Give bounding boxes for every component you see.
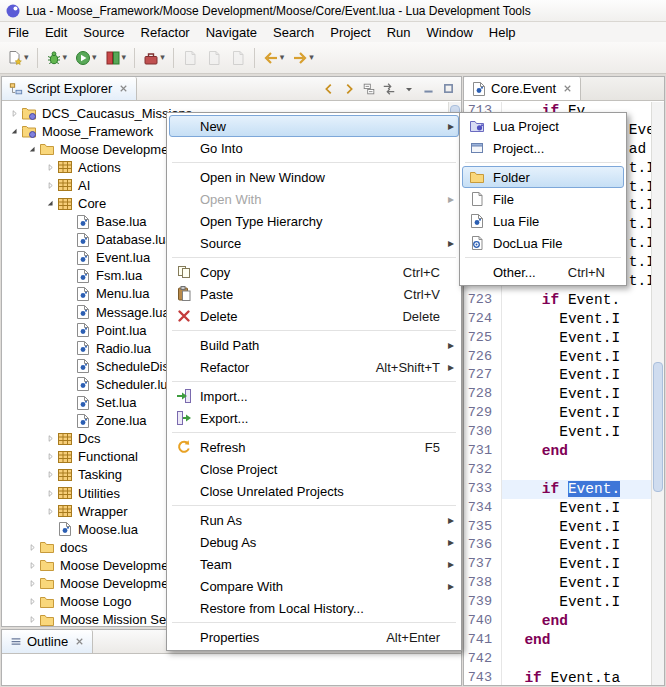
- menubar-run[interactable]: Run: [379, 23, 419, 42]
- code-line[interactable]: 725 Event.I: [464, 329, 651, 348]
- collapse-arrow-icon[interactable]: [26, 141, 39, 157]
- context-menu-item-run-as[interactable]: Run As▸: [169, 509, 459, 531]
- context-menu-item-copy[interactable]: CopyCtrl+C: [169, 261, 459, 283]
- context-menu-item-debug-as[interactable]: Debug As▸: [169, 531, 459, 553]
- code-line[interactable]: 733 if Event.: [464, 480, 651, 499]
- expand-arrow-icon[interactable]: [44, 449, 57, 465]
- code-line[interactable]: 732: [464, 461, 651, 480]
- new-submenu-item-project[interactable]: Project...: [462, 137, 624, 159]
- expand-arrow-icon[interactable]: [44, 431, 57, 447]
- dropdown-arrow-icon[interactable]: ▾: [280, 53, 285, 62]
- code-line[interactable]: 736 Event.I: [464, 536, 651, 555]
- back-button[interactable]: ▾: [260, 46, 288, 70]
- menubar-refactor[interactable]: Refactor: [133, 23, 198, 42]
- dropdown-arrow-icon[interactable]: ▾: [160, 53, 165, 62]
- maximize-button[interactable]: [439, 79, 458, 98]
- code-line[interactable]: 738 Event.I: [464, 574, 651, 593]
- code-line[interactable]: 730 Event.I: [464, 423, 651, 442]
- context-menu-item-open-type-hierarchy[interactable]: Open Type Hierarchy: [169, 210, 459, 232]
- debug-button[interactable]: ▾: [43, 46, 71, 70]
- run-button[interactable]: ▾: [72, 46, 100, 70]
- menubar-search[interactable]: Search: [265, 23, 322, 42]
- code-line[interactable]: 741 end: [464, 631, 651, 650]
- menubar-edit[interactable]: Edit: [37, 23, 75, 42]
- expand-arrow-icon[interactable]: [44, 503, 57, 519]
- context-menu-item-open-with[interactable]: Open With▸: [169, 188, 459, 210]
- dropdown-arrow-icon[interactable]: ▾: [63, 53, 68, 62]
- expand-arrow-icon[interactable]: [26, 557, 39, 573]
- editor-scrollbar[interactable]: [651, 102, 664, 685]
- collapse-arrow-icon[interactable]: [44, 196, 57, 212]
- menubar-navigate[interactable]: Navigate: [198, 23, 265, 42]
- expand-arrow-icon[interactable]: [26, 612, 39, 626]
- new-wizard-button[interactable]: ▾: [4, 46, 32, 70]
- expand-arrow-icon[interactable]: [44, 467, 57, 483]
- new-lua-file-button[interactable]: [203, 46, 225, 70]
- menubar-window[interactable]: Window: [419, 23, 481, 42]
- context-menu-item-source[interactable]: Source▸: [169, 232, 459, 254]
- menubar-project[interactable]: Project: [322, 23, 378, 42]
- context-menu-item-refresh[interactable]: RefreshF5: [169, 436, 459, 458]
- context-menu-item-close-project[interactable]: Close Project: [169, 458, 459, 480]
- code-line[interactable]: 726 Event.I: [464, 348, 651, 367]
- context-menu-item-paste[interactable]: PasteCtrl+V: [169, 283, 459, 305]
- context-menu-item-go-into[interactable]: Go Into: [169, 137, 459, 159]
- dropdown-arrow-icon[interactable]: ▾: [122, 53, 127, 62]
- context-menu-item-delete[interactable]: DeleteDelete: [169, 305, 459, 327]
- dropdown-arrow-icon[interactable]: ▾: [24, 53, 29, 62]
- code-line[interactable]: 727 Event.I: [464, 366, 651, 385]
- code-line[interactable]: 742: [464, 650, 651, 669]
- menubar-source[interactable]: Source: [75, 23, 132, 42]
- view-menu-button[interactable]: [399, 79, 418, 98]
- va-back-button[interactable]: [319, 79, 338, 98]
- expand-arrow-icon[interactable]: [26, 575, 39, 591]
- context-menu-item-restore-from-local-history[interactable]: Restore from Local History...: [169, 597, 459, 619]
- context-menu-item-open-in-new-window[interactable]: Open in New Window: [169, 166, 459, 188]
- external-tools-button[interactable]: ▾: [140, 46, 168, 70]
- open-element-button[interactable]: [227, 46, 249, 70]
- context-menu-item-export[interactable]: Export...: [169, 407, 459, 429]
- tab-outline[interactable]: Outline: [2, 630, 93, 653]
- context-menu-item-properties[interactable]: PropertiesAlt+Enter: [169, 626, 459, 648]
- expand-arrow-icon[interactable]: [8, 105, 21, 121]
- minimize-button[interactable]: [419, 79, 438, 98]
- menubar-file[interactable]: File: [0, 23, 37, 42]
- new-submenu-item-file[interactable]: File: [462, 188, 624, 210]
- expand-arrow-icon[interactable]: [44, 177, 57, 193]
- link-editor-button[interactable]: [379, 79, 398, 98]
- new-submenu-item-other[interactable]: Other...Ctrl+N: [462, 261, 624, 283]
- expand-arrow-icon[interactable]: [44, 159, 57, 175]
- context-menu-item-new[interactable]: New▸: [169, 115, 459, 137]
- titlebar[interactable]: Lua - Moose_Framework/Moose Development/…: [0, 0, 666, 22]
- code-line[interactable]: 724 Event.I: [464, 310, 651, 329]
- context-menu-item-close-unrelated-projects[interactable]: Close Unrelated Projects: [169, 480, 459, 502]
- context-menu-item-import[interactable]: Import...: [169, 385, 459, 407]
- new-submenu-item-lua-file[interactable]: Lua File: [462, 210, 624, 232]
- context-menu-item-team[interactable]: Team▸: [169, 553, 459, 575]
- forward-button[interactable]: ▾: [289, 46, 317, 70]
- expand-arrow-icon[interactable]: [26, 594, 39, 610]
- new-lua-project-button[interactable]: [179, 46, 201, 70]
- context-menu-item-compare-with[interactable]: Compare With▸: [169, 575, 459, 597]
- close-icon[interactable]: [118, 83, 129, 94]
- code-line[interactable]: 740 end: [464, 612, 651, 631]
- new-submenu-item-lua-project[interactable]: Lua Project: [462, 115, 624, 137]
- tab-core-event[interactable]: Core.Event: [464, 77, 581, 100]
- code-line[interactable]: 731 end: [464, 442, 651, 461]
- dropdown-arrow-icon[interactable]: ▾: [309, 53, 314, 62]
- code-line[interactable]: 729 Event.I: [464, 404, 651, 423]
- expand-arrow-icon[interactable]: [44, 485, 57, 501]
- menubar-help[interactable]: Help: [481, 23, 524, 42]
- close-icon[interactable]: [74, 636, 85, 647]
- context-menu-item-build-path[interactable]: Build Path▸: [169, 334, 459, 356]
- close-icon[interactable]: [562, 83, 573, 94]
- new-submenu-item-folder[interactable]: Folder: [462, 166, 624, 188]
- context-menu-item-refactor[interactable]: RefactorAlt+Shift+T▸: [169, 356, 459, 378]
- code-line[interactable]: 735 Event.I: [464, 518, 651, 537]
- va-forward-button[interactable]: [339, 79, 358, 98]
- new-submenu-item-doclua-file[interactable]: DocLua File: [462, 232, 624, 254]
- code-line[interactable]: 743 if Event.ta: [464, 669, 651, 685]
- code-line[interactable]: 739 Event.I: [464, 593, 651, 612]
- code-line[interactable]: 723 if Event.: [464, 291, 651, 310]
- code-line[interactable]: 737 Event.I: [464, 555, 651, 574]
